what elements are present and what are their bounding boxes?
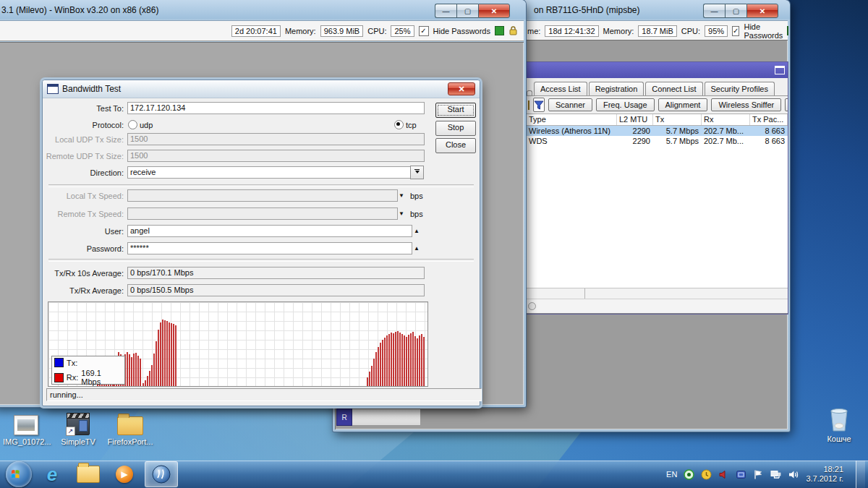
close-button[interactable]: ✕ [478, 4, 510, 18]
txrx-average-value: 0 bps/150.5 Mbps [127, 284, 425, 296]
rx-bar [147, 376, 148, 386]
freq-usage-button[interactable]: Freq. Usage [596, 98, 655, 111]
rx-bar [419, 335, 420, 386]
system-tray: EN 18:21 3.7.2012 г. [666, 461, 868, 488]
secure-lock-icon [509, 26, 518, 35]
minimize-button[interactable]: — [703, 4, 725, 18]
stop-button[interactable]: Stop [435, 121, 476, 136]
wireless-tables-window: Access ListRegistrationConnect ListSecur… [526, 61, 788, 314]
local-tx-speed-label: Local Tx Speed: [43, 192, 124, 200]
wireless-sniffer-button[interactable]: Wireless Sniffer [711, 98, 781, 111]
table-row[interactable]: WDS22905.7 Mbps202.7 Mb...8 66316 9 [527, 136, 788, 146]
column-header[interactable]: Tx Pac... [750, 114, 788, 125]
rx-bar [173, 324, 174, 386]
rx-bar [388, 334, 390, 386]
local-tx-speed-input [127, 189, 398, 202]
window-title: 3.1 (Milevo) - WinBox v3.20 on x86 (x86) [1, 5, 158, 15]
desktop-icon-simpletv[interactable]: ↗ SimpleTV [55, 409, 101, 446]
scroll-knob[interactable] [528, 302, 536, 310]
maximize-button[interactable]: ▢ [456, 4, 478, 18]
desktop-icon-firefoxport[interactable]: FirefoxPort... [107, 409, 153, 446]
filter-button[interactable] [533, 98, 545, 112]
action-center-flag-icon[interactable] [753, 469, 763, 480]
test-to-input[interactable]: 172.17.120.134 [127, 102, 425, 114]
tab-registration[interactable]: Registration [589, 82, 644, 95]
taskbar-explorer-button[interactable] [72, 462, 104, 487]
desktop-icon-recycle-bin[interactable]: Кошче [816, 406, 862, 443]
desktop-icon-label: SimpleTV [55, 437, 101, 446]
dialog-status: running... [46, 388, 482, 401]
memory-label: Memory: [285, 27, 316, 35]
tx-legend-swatch [54, 358, 64, 367]
direction-select[interactable]: receive [127, 166, 411, 179]
minimized-window-bar [352, 408, 421, 426]
show-desktop-button[interactable] [856, 461, 865, 488]
dropdown-arrow-icon[interactable]: ▼ [399, 210, 404, 217]
explorer-folder-icon [77, 466, 100, 483]
column-header[interactable]: Type [527, 114, 617, 125]
close-button[interactable]: ✕ [746, 4, 778, 18]
collapse-arrow-icon[interactable]: ▲ [414, 245, 420, 252]
desktop-icon-label: Кошче [816, 435, 862, 443]
alignment-button[interactable]: Alignment [658, 98, 708, 111]
folder-icon [117, 416, 143, 435]
cpu-value: 95% [705, 25, 728, 37]
local-udp-tx-size-label: Local UDP Tx Size: [43, 135, 124, 144]
dialog-close-button[interactable]: ✕ [448, 82, 475, 95]
restore-icon[interactable] [775, 66, 785, 74]
tab-connect-list[interactable]: Connect List [645, 82, 702, 95]
rx-bar [142, 383, 144, 386]
connection-status-icon [787, 26, 788, 35]
rx-bar [412, 332, 414, 386]
dialog-titlebar[interactable]: Bandwidth Test ✕ [43, 80, 480, 98]
taskbar-clock[interactable]: 18:21 3.7.2012 г. [806, 465, 843, 484]
rx-bar [175, 325, 176, 386]
volume-tray-icon[interactable] [788, 469, 799, 480]
wireless-tabs: Access ListRegistrationConnect ListSecur… [527, 78, 788, 96]
language-indicator[interactable]: EN [666, 470, 677, 479]
caption-buttons: — ▢ ✕ [703, 4, 778, 18]
minimized-window-fragment[interactable]: R [336, 408, 421, 426]
taskbar: e ▶ EN [0, 461, 868, 488]
maximize-button[interactable]: ▢ [725, 4, 746, 18]
rx-bar [395, 332, 396, 386]
column-header[interactable]: L2 MTU [617, 114, 653, 125]
test-to-label: Test To: [43, 104, 124, 113]
bps-unit-label: bps [410, 210, 423, 218]
column-header[interactable]: Tx [653, 114, 702, 125]
collapse-arrow-icon[interactable]: ▲ [414, 228, 420, 234]
network-tray-icon[interactable] [770, 469, 781, 480]
start-button[interactable] [6, 461, 32, 487]
column-header[interactable]: Rx [702, 114, 750, 125]
user-input[interactable]: angel [127, 225, 412, 237]
udp-radio[interactable] [128, 120, 137, 129]
close-button[interactable]: Close [435, 138, 476, 153]
app-window-tray-icon[interactable] [736, 469, 746, 480]
clock-app-tray-icon[interactable] [701, 469, 712, 480]
start-button[interactable]: Start [435, 103, 476, 118]
wireless-snooper-button[interactable]: Wireless Snooper [785, 98, 788, 111]
remote-tx-speed-label: Remote Tx Speed: [43, 210, 124, 218]
tcp-radio[interactable] [394, 120, 404, 129]
password-input[interactable]: ****** [127, 242, 412, 254]
direction-dropdown-button[interactable] [410, 166, 424, 179]
taskbar-media-player-button[interactable]: ▶ [109, 462, 140, 487]
hide-passwords-checkbox[interactable]: ✓ [419, 26, 429, 36]
rx-legend-swatch [54, 373, 64, 382]
tab-access-list[interactable]: Access List [534, 82, 587, 95]
tab-security-profiles[interactable]: Security Profiles [705, 82, 775, 95]
tab-fragment[interactable] [527, 90, 532, 95]
taskbar-winbox-button[interactable] [145, 461, 178, 487]
taskbar-ie-button[interactable]: e [36, 462, 68, 487]
antivirus-tray-icon[interactable] [684, 469, 694, 480]
scanner-button[interactable]: Scanner [548, 98, 592, 111]
hide-passwords-checkbox[interactable]: ✓ [732, 26, 739, 36]
wireless-titlebar[interactable] [527, 62, 788, 78]
dropdown-arrow-icon[interactable]: ▼ [399, 192, 404, 199]
txrx-10s-average-label: Tx/Rx 10s Average: [43, 269, 124, 278]
minimize-button[interactable]: — [435, 4, 456, 18]
table-row[interactable]: Wireless (Atheros 11N)22905.7 Mbps202.7 … [527, 126, 788, 136]
rx-bar [386, 335, 388, 386]
muted-volume-tray-icon[interactable] [718, 469, 729, 480]
desktop-icon-img[interactable]: IMG_01072... [3, 409, 49, 446]
